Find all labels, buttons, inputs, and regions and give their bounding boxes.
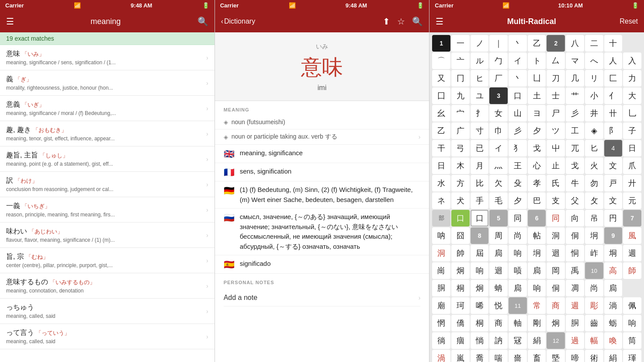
radical-cell[interactable]: 勿 <box>585 175 603 191</box>
radical-cell[interactable]: 屆 <box>471 245 489 261</box>
radical-cell[interactable]: 岡 <box>547 262 565 279</box>
add-note-button[interactable]: Add a note › <box>224 289 421 306</box>
radical-cell[interactable]: 巴 <box>528 192 546 209</box>
radical-cell[interactable]: リ <box>585 70 603 87</box>
radical-cell[interactable]: 囧 <box>451 227 470 244</box>
radical-cell[interactable]: 弓 <box>451 140 470 157</box>
list-item[interactable]: 趣旨, 主旨 「しゅし」 meaning, point (e.g. of a s… <box>0 146 215 172</box>
radical-cell[interactable]: 淌 <box>604 297 623 314</box>
radical-cell[interactable]: ト <box>528 52 546 69</box>
radical-cell[interactable]: 寸 <box>471 122 489 139</box>
radical-cell[interactable]: 10 <box>585 262 603 279</box>
radical-cell[interactable]: 筒 <box>623 332 641 349</box>
radical-cell[interactable]: 桐 <box>451 280 470 296</box>
radical-cell[interactable]: 彡 <box>509 122 527 139</box>
radical-cell[interactable]: 孝 <box>528 175 546 191</box>
noun-row-1[interactable]: ◈ noun or participle taking aux. verb する… <box>215 129 429 145</box>
radical-cell[interactable]: 犭 <box>509 140 527 157</box>
radical-cell[interactable]: 5 <box>489 210 508 226</box>
list-item[interactable]: っちゅう meaning, called, said › <box>0 299 215 324</box>
radical-cell[interactable]: 2 <box>547 35 565 52</box>
radical-cell[interactable]: 週 <box>566 297 584 314</box>
radical-cell[interactable]: 坰 <box>585 227 603 244</box>
radical-cell[interactable]: 同 <box>509 210 527 226</box>
list-item[interactable]: って言う 「っていう」 meaning, called, said › <box>0 324 215 349</box>
radical-cell[interactable]: 迴 <box>489 262 508 279</box>
list-item[interactable]: 旨, 宗 「むね」 center (centre), pillar, princ… <box>0 248 215 273</box>
radical-cell[interactable]: 啼 <box>566 350 584 362</box>
radical-cell[interactable]: 日 <box>623 140 641 157</box>
radical-cell[interactable]: 卄 <box>604 105 623 122</box>
radical-cell[interactable]: 週 <box>623 245 641 261</box>
radical-cell[interactable]: 胴 <box>432 280 450 296</box>
list-item[interactable]: 趣, 趣き 「おもむき」 meaning, tenor, gist, effec… <box>0 121 215 146</box>
search-icon-2[interactable]: 🔍 <box>412 16 423 27</box>
radical-cell[interactable]: 戈 <box>528 140 546 157</box>
radical-cell[interactable]: 屮 <box>547 140 565 157</box>
radical-cell[interactable]: 塈 <box>547 350 565 362</box>
radical-cell[interactable]: 8 <box>471 227 489 244</box>
radical-cell[interactable]: 渦 <box>432 350 450 362</box>
radical-cell[interactable]: 山 <box>509 105 527 122</box>
radical-cell[interactable]: 喬 <box>471 350 489 362</box>
radical-cell[interactable]: 子 <box>623 122 641 139</box>
radical-cell[interactable]: 广 <box>451 122 470 139</box>
radical-cell[interactable]: 氏 <box>547 175 565 191</box>
radical-cell[interactable]: 几 <box>566 70 584 87</box>
radical-cell[interactable]: 彫 <box>585 297 603 314</box>
radical-cell[interactable]: 高 <box>604 262 623 279</box>
radical-cell[interactable]: 9 <box>604 227 623 244</box>
radical-cell[interactable]: 彡 <box>566 105 584 122</box>
radical-cell[interactable]: 侗 <box>566 227 584 244</box>
radical-cell[interactable]: 攵 <box>585 192 603 209</box>
radical-cell[interactable]: 炯 <box>471 280 489 296</box>
radical-cell[interactable]: 口 <box>471 210 489 226</box>
radical-cell[interactable]: 炯 <box>451 262 470 279</box>
radical-cell[interactable]: 嗇 <box>509 350 527 362</box>
radical-cell[interactable]: 夕 <box>509 192 527 209</box>
radical-cell[interactable]: 琿 <box>623 350 641 362</box>
radical-cell[interactable]: 崗 <box>432 262 450 279</box>
reset-button[interactable]: Reset <box>620 17 638 25</box>
radical-cell[interactable]: 部 <box>432 210 450 226</box>
radical-cell[interactable]: 徜 <box>432 332 450 349</box>
list-item[interactable]: 意味 「いみ」 meaning, significance / sens, si… <box>0 45 215 70</box>
radical-cell[interactable]: 响 <box>471 262 489 279</box>
radical-cell[interactable]: 幅 <box>585 332 603 349</box>
radical-cell[interactable]: 扃 <box>489 245 508 261</box>
radical-cell[interactable]: 僑 <box>451 315 470 331</box>
radical-cell[interactable]: ｜ <box>489 35 508 52</box>
radical-cell[interactable]: 丶 <box>509 70 527 87</box>
radical-cell[interactable]: 扃 <box>509 280 527 296</box>
radical-cell[interactable]: 木 <box>451 157 470 174</box>
radical-cell[interactable]: 円 <box>604 210 623 226</box>
radical-cell[interactable]: 扃 <box>528 262 546 279</box>
radical-cell[interactable]: 爪 <box>623 157 641 174</box>
radical-cell[interactable]: 帖 <box>528 227 546 244</box>
radical-cell[interactable]: 九 <box>451 87 470 104</box>
radical-cell[interactable]: 文 <box>604 157 623 174</box>
radical-cell[interactable]: マ <box>566 52 584 69</box>
radical-cell[interactable]: ⺾ <box>566 87 584 104</box>
radical-cell[interactable]: 向 <box>566 210 584 226</box>
radical-cell[interactable]: 齒 <box>585 315 603 331</box>
radical-cell[interactable]: 巾 <box>489 122 508 139</box>
radical-cell[interactable]: 王 <box>509 157 527 174</box>
menu-icon-1[interactable]: ☰ <box>6 16 14 27</box>
radical-cell[interactable]: 廾 <box>623 175 641 191</box>
radical-cell[interactable]: ツ <box>547 122 565 139</box>
radical-cell[interactable]: 刀 <box>547 70 565 87</box>
radical-cell[interactable]: 同 <box>547 210 565 226</box>
radical-cell[interactable]: ノ <box>471 35 489 52</box>
radical-cell[interactable]: 大 <box>623 87 641 104</box>
radical-cell[interactable]: 亻 <box>604 87 623 104</box>
radical-cell[interactable]: 扃 <box>604 280 623 296</box>
radical-cell[interactable]: 匚 <box>604 70 623 87</box>
radical-cell[interactable]: 剛 <box>528 315 546 331</box>
radical-cell[interactable]: 惘 <box>432 315 450 331</box>
radical-cell[interactable]: ユ <box>471 87 489 104</box>
list-item[interactable]: 意味するもの 「いみするもの」 meaning, connotation, de… <box>0 273 215 299</box>
radical-cell[interactable]: 响 <box>509 245 527 261</box>
radical-cell[interactable]: 畜 <box>528 350 546 362</box>
radical-cell[interactable]: 人 <box>604 52 623 69</box>
